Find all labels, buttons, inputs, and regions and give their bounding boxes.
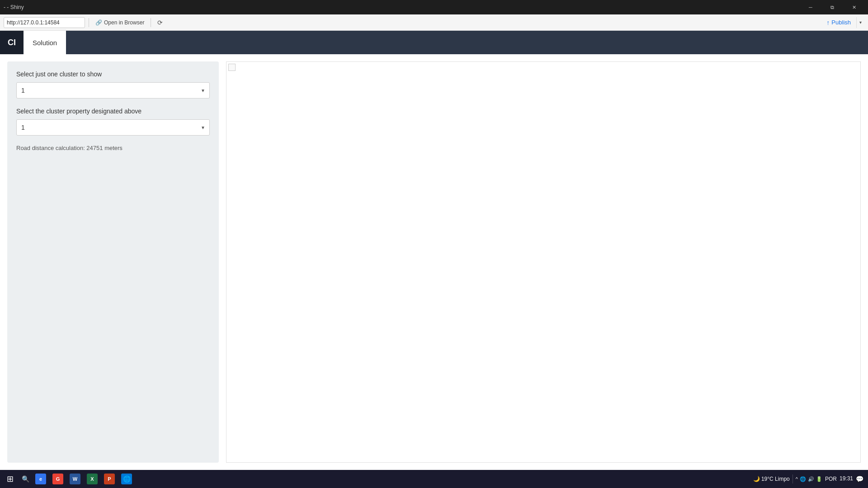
publish-icon: ↑: [826, 19, 830, 26]
refresh-button[interactable]: ⟳: [155, 17, 165, 28]
cluster-select[interactable]: 1 2 3: [16, 82, 210, 99]
right-panel: [226, 61, 861, 463]
address-bar: 🔗 Open in Browser ⟳ ↑ Publish ▾: [0, 14, 868, 31]
app-header: CI Solution: [0, 31, 868, 54]
minimize-button[interactable]: ─: [800, 0, 821, 14]
main-content: Select just one cluster to show 1 2 3 ▼ …: [0, 54, 868, 470]
app-logo: CI: [0, 31, 24, 54]
close-button[interactable]: ✕: [844, 0, 864, 14]
left-panel: Select just one cluster to show 1 2 3 ▼ …: [7, 61, 219, 463]
tab-solution-label: Solution: [33, 39, 57, 47]
title-bar-controls: ─ ⧉ ✕: [800, 0, 864, 14]
separator: [89, 18, 89, 27]
property-select-label: Select the cluster property designated a…: [16, 108, 210, 115]
cluster-dropdown-wrapper: 1 2 3 ▼: [16, 82, 210, 99]
publish-button[interactable]: ↑ Publish: [823, 17, 854, 28]
browser-icon: 🔗: [95, 19, 102, 26]
title-bar-title: - - Shiny: [4, 4, 24, 10]
publish-dropdown-arrow[interactable]: ▾: [856, 17, 864, 28]
open-in-browser-button[interactable]: 🔗 Open in Browser: [93, 18, 147, 27]
property-dropdown-wrapper: 1 2 3 ▼: [16, 119, 210, 136]
separator2: [151, 18, 151, 27]
tab-solution[interactable]: Solution: [24, 31, 66, 54]
road-distance-text: Road distance calculation: 24751 meters: [16, 145, 210, 151]
address-bar-right: ↑ Publish ▾: [823, 17, 864, 28]
restore-button[interactable]: ⧉: [822, 0, 843, 14]
cluster-select-label: Select just one cluster to show: [16, 70, 210, 78]
property-select[interactable]: 1 2 3: [16, 119, 210, 136]
right-panel-placeholder: [228, 64, 236, 71]
publish-label: Publish: [831, 19, 851, 26]
url-input[interactable]: [4, 17, 85, 28]
title-bar: - - Shiny ─ ⧉ ✕: [0, 0, 868, 14]
open-in-browser-label: Open in Browser: [104, 19, 144, 26]
